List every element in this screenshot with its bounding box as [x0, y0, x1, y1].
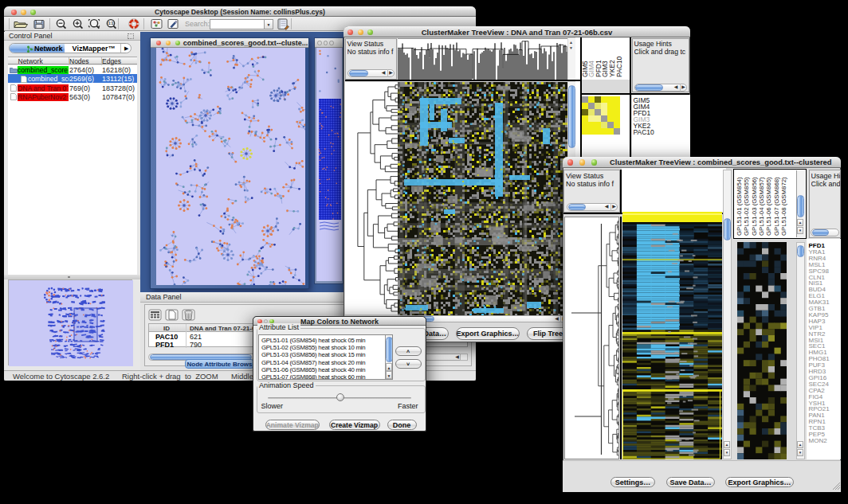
svg-text:GPL51-07 (GSM868): GPL51-07 (GSM868): [772, 177, 779, 236]
svg-text:GPL51-01 (GSM854): GPL51-01 (GSM854): [736, 177, 743, 236]
svg-text:1:1: 1:1: [108, 21, 114, 25]
svg-text:GPL51-04 (GSM857): GPL51-04 (GSM857): [758, 177, 765, 236]
svg-text:GPL51-08 (GSM872): GPL51-08 (GSM872): [780, 177, 787, 236]
svg-text:PAC10: PAC10: [614, 56, 622, 77]
svg-text:GPL51-03 (GSM856): GPL51-03 (GSM856): [750, 177, 757, 236]
svg-text:GPL51-02 (GSM855): GPL51-02 (GSM855): [743, 177, 750, 236]
svg-text:GPL51-06 (GSM865): GPL51-06 (GSM865): [765, 177, 772, 236]
